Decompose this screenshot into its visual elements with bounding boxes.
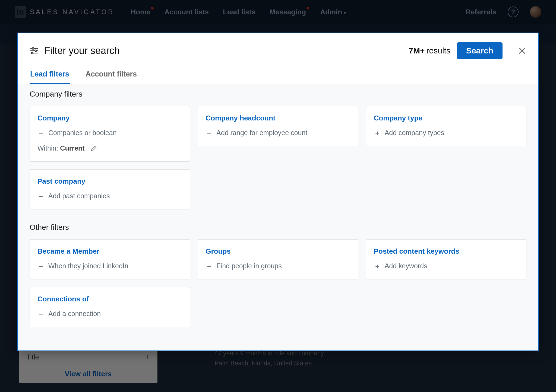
card-title: Past company	[37, 177, 182, 186]
svg-point-5	[31, 52, 33, 54]
add-company-line[interactable]: ＋ Companies or boolean	[37, 129, 182, 137]
result-count-number: 7M+	[409, 46, 425, 55]
section-company-filters: Company filters	[30, 90, 526, 98]
svg-point-1	[32, 47, 34, 49]
add-became-member-line[interactable]: ＋ When they joined LinkedIn	[37, 262, 182, 270]
filter-card-past-company[interactable]: Past company ＋ Add past companies	[30, 169, 190, 209]
filter-card-became-member[interactable]: Became a Member ＋ When they joined Linke…	[30, 239, 190, 279]
modal-title: Filter your search	[44, 45, 120, 56]
modal-header: Filter your search 7M+results Search	[18, 33, 538, 67]
add-headcount-line[interactable]: ＋ Add range for employee count	[206, 129, 350, 137]
card-hint: Add keywords	[385, 262, 427, 270]
tab-lead-filters[interactable]: Lead filters	[30, 67, 70, 84]
card-hint: Add a connection	[48, 310, 101, 318]
card-title: Groups	[206, 247, 350, 256]
card-hint: Companies or boolean	[48, 129, 117, 137]
pencil-icon[interactable]	[91, 145, 97, 152]
sliders-icon	[30, 46, 39, 55]
card-title: Became a Member	[37, 247, 182, 256]
card-hint: When they joined LinkedIn	[48, 262, 128, 270]
filter-card-posted-keywords[interactable]: Posted content keywords ＋ Add keywords	[366, 239, 526, 279]
close-icon[interactable]	[518, 46, 526, 55]
modal-tabs: Lead filters Account filters	[18, 67, 538, 84]
add-posted-keywords-line[interactable]: ＋ Add keywords	[374, 262, 519, 270]
svg-point-3	[35, 50, 37, 52]
card-hint: Find people in groups	[216, 262, 282, 270]
card-title: Company type	[374, 114, 519, 122]
modal-body: Company filters Company ＋ Companies or b…	[18, 84, 538, 350]
add-past-company-line[interactable]: ＋ Add past companies	[37, 192, 182, 200]
filter-card-company-type[interactable]: Company type ＋ Add company types	[366, 106, 526, 146]
card-title: Connections of	[37, 295, 182, 303]
filter-card-connections-of[interactable]: Connections of ＋ Add a connection	[30, 287, 190, 327]
card-hint: Add range for employee count	[216, 129, 307, 137]
tab-account-filters[interactable]: Account filters	[85, 67, 137, 84]
plus-icon: ＋	[206, 129, 213, 136]
within-value: Current	[60, 144, 84, 152]
plus-icon: ＋	[37, 310, 45, 317]
within-label: Within:	[37, 144, 58, 152]
card-title: Company headcount	[206, 114, 350, 122]
card-title: Posted content keywords	[374, 247, 519, 256]
plus-icon: ＋	[37, 193, 45, 200]
plus-icon: ＋	[206, 263, 213, 270]
result-count-label: results	[427, 46, 450, 55]
plus-icon: ＋	[37, 129, 45, 136]
add-connections-of-line[interactable]: ＋ Add a connection	[37, 310, 182, 318]
company-within-line[interactable]: Within: Current	[37, 144, 182, 152]
filter-modal: Filter your search 7M+results Search Lea…	[17, 33, 539, 351]
filter-card-company[interactable]: Company ＋ Companies or boolean Within: C…	[30, 106, 190, 162]
filter-card-groups[interactable]: Groups ＋ Find people in groups	[198, 239, 358, 279]
result-count: 7M+results	[409, 46, 450, 55]
plus-icon: ＋	[37, 263, 45, 270]
add-groups-line[interactable]: ＋ Find people in groups	[206, 262, 350, 270]
plus-icon: ＋	[374, 263, 381, 270]
card-title: Company	[37, 114, 182, 122]
card-hint: Add past companies	[48, 192, 110, 200]
add-company-type-line[interactable]: ＋ Add company types	[374, 129, 519, 137]
card-hint: Add company types	[385, 129, 444, 137]
plus-icon: ＋	[374, 129, 381, 136]
filter-card-company-headcount[interactable]: Company headcount ＋ Add range for employ…	[198, 106, 358, 146]
search-button[interactable]: Search	[457, 42, 503, 59]
section-other-filters: Other filters	[30, 223, 526, 232]
